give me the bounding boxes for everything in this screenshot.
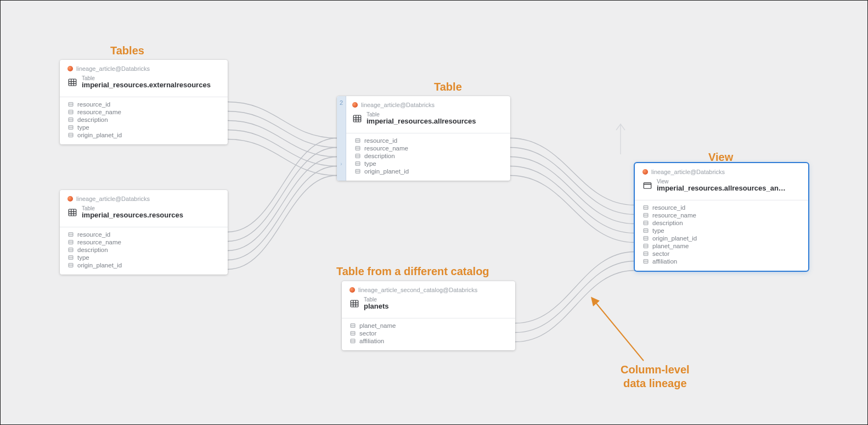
lineage-node-n3[interactable]: 2›lineage_article@DatabricksTableimperia…: [337, 96, 510, 181]
column-row[interactable]: resource_id: [640, 204, 803, 211]
column-row[interactable]: resource_id: [352, 137, 505, 144]
node-source-label: lineage_article@Databricks: [361, 102, 435, 108]
column-row[interactable]: origin_planet_id: [65, 131, 222, 139]
svg-rect-71: [351, 339, 355, 343]
svg-rect-98: [644, 260, 648, 264]
column-label: resource_name: [77, 239, 121, 245]
column-label: resource_id: [652, 204, 685, 211]
lineage-node-n5[interactable]: lineage_article@DatabricksViewimperial_r…: [635, 163, 808, 271]
column-label: origin_planet_id: [77, 262, 122, 269]
svg-rect-17: [69, 133, 73, 137]
column-icon: [642, 235, 649, 242]
column-row[interactable]: resource_id: [65, 100, 222, 108]
source-dot-icon: [352, 102, 358, 108]
svg-rect-89: [644, 237, 648, 241]
column-row[interactable]: description: [352, 152, 505, 160]
column-label: affiliation: [652, 258, 677, 265]
node-name: imperial_resources.allresources_an…: [657, 184, 786, 192]
svg-rect-80: [644, 214, 648, 217]
lineage-edge: [510, 166, 635, 233]
column-row[interactable]: affiliation: [640, 258, 803, 265]
column-row[interactable]: description: [640, 219, 803, 227]
column-row[interactable]: planet_name: [640, 242, 803, 250]
column-label: resource_name: [364, 145, 408, 152]
column-icon: [67, 254, 74, 261]
column-row[interactable]: resource_name: [352, 144, 505, 152]
node-columns: planet_namesectoraffiliation: [342, 318, 515, 350]
column-icon: [354, 153, 361, 159]
column-label: description: [652, 220, 683, 226]
column-row[interactable]: type: [352, 160, 505, 167]
lineage-edge: [510, 176, 635, 243]
column-icon: [354, 168, 361, 175]
column-row[interactable]: type: [65, 254, 222, 261]
svg-rect-11: [69, 118, 73, 122]
svg-rect-5: [69, 103, 73, 107]
column-row[interactable]: origin_planet_id: [640, 234, 803, 242]
column-row[interactable]: resource_name: [65, 238, 222, 246]
column-icon: [350, 322, 356, 329]
table-icon: [352, 114, 362, 124]
svg-rect-77: [644, 206, 648, 210]
column-row[interactable]: description: [65, 116, 222, 124]
node-header: lineage_article@DatabricksTableimperial_…: [60, 60, 228, 92]
table-icon: [67, 208, 77, 217]
node-source-label: lineage_article_second_catalog@Databrick…: [358, 287, 477, 293]
lineage-edge: [228, 148, 337, 242]
column-icon: [67, 239, 74, 245]
column-label: sector: [652, 250, 669, 257]
svg-rect-95: [644, 252, 648, 256]
column-icon: [67, 116, 74, 123]
node-columns: resource_idresource_namedescriptiontypeo…: [60, 97, 228, 144]
node-source: lineage_article@Databricks: [642, 169, 801, 175]
node-upstream-gutter[interactable]: 2›: [337, 96, 346, 181]
svg-rect-37: [69, 264, 73, 267]
column-icon: [642, 250, 649, 257]
node-source: lineage_article@Databricks: [67, 65, 220, 72]
column-row[interactable]: origin_planet_id: [352, 167, 505, 175]
column-label: resource_id: [77, 101, 110, 108]
column-row[interactable]: resource_name: [640, 211, 803, 219]
column-label: description: [77, 247, 108, 253]
column-label: description: [77, 116, 108, 123]
column-label: type: [77, 254, 89, 261]
lineage-canvas[interactable]: Tables Table Table from a different cata…: [1, 1, 867, 424]
column-row[interactable]: type: [65, 124, 222, 131]
column-icon: [642, 212, 649, 219]
column-row[interactable]: planet_name: [347, 322, 510, 329]
lineage-node-n1[interactable]: lineage_article@DatabricksTableimperial_…: [60, 60, 228, 144]
source-dot-icon: [67, 196, 73, 202]
lineage-edge: [228, 176, 337, 270]
upstream-count-badge: 2: [340, 99, 343, 106]
table-icon: [350, 299, 359, 309]
lineage-edge: [228, 130, 337, 166]
annotation-view: View: [708, 151, 733, 164]
column-row[interactable]: resource_name: [65, 108, 222, 116]
lineage-node-n2[interactable]: lineage_article@DatabricksTableimperial_…: [60, 190, 228, 275]
column-label: origin_planet_id: [77, 132, 122, 138]
lineage-edge: [228, 138, 337, 232]
lineage-node-n4[interactable]: lineage_article_second_catalog@Databrick…: [342, 281, 515, 350]
decorative-up-arrow: [616, 124, 625, 154]
column-row[interactable]: sector: [640, 250, 803, 258]
column-label: type: [364, 160, 376, 167]
column-row[interactable]: description: [65, 246, 222, 254]
column-label: origin_planet_id: [652, 235, 697, 242]
column-row[interactable]: type: [640, 227, 803, 234]
column-row[interactable]: affiliation: [347, 337, 510, 345]
lineage-edge: [515, 261, 635, 333]
annotation-table: Table: [434, 81, 462, 93]
node-name: imperial_resources.resources: [82, 211, 183, 219]
lineage-edge: [228, 102, 337, 138]
column-icon: [67, 231, 74, 238]
annotation-tables: Tables: [110, 44, 144, 57]
column-row[interactable]: origin_planet_id: [65, 261, 222, 269]
column-icon: [350, 330, 356, 337]
lineage-edge: [228, 111, 337, 148]
column-row[interactable]: sector: [347, 329, 510, 337]
svg-rect-51: [356, 154, 360, 158]
lineage-edge: [510, 138, 635, 205]
lineage-edge: [510, 157, 635, 224]
column-row[interactable]: resource_id: [65, 231, 222, 238]
column-label: type: [652, 227, 664, 234]
